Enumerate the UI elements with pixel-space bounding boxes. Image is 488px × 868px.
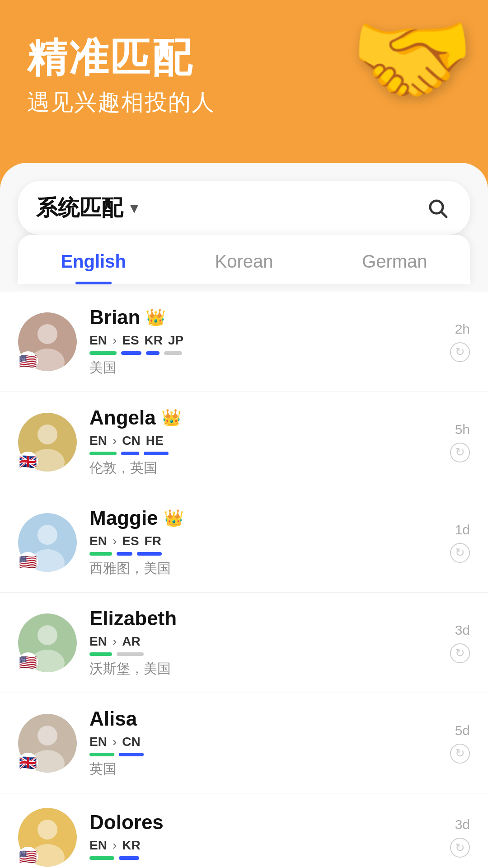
svg-point-12: [38, 625, 57, 645]
lang-target: CN: [122, 434, 140, 448]
refresh-icon[interactable]: ↻: [450, 744, 470, 764]
progress-bar: [121, 452, 139, 455]
refresh-icon[interactable]: ↻: [450, 443, 470, 462]
progress-bar: [164, 351, 182, 355]
handshake-icon: 🤝: [350, 9, 474, 108]
svg-line-1: [441, 212, 446, 217]
progress-bar: [89, 753, 114, 756]
time-ago: 3d: [455, 623, 470, 638]
time-ago: 5d: [455, 723, 470, 738]
user-location: 英国: [89, 760, 437, 778]
progress-bar: [89, 351, 117, 355]
search-bar[interactable]: 系统匹配 ▾: [18, 181, 470, 235]
avatar-wrapper: 🇺🇸: [18, 513, 77, 572]
user-meta: 2h ↻: [450, 321, 470, 362]
tab-korean[interactable]: Korean: [169, 235, 319, 284]
progress-bars: [89, 552, 437, 556]
user-meta: 5h ↻: [450, 422, 470, 462]
refresh-icon[interactable]: ↻: [450, 838, 470, 858]
lang-target: AR: [122, 634, 140, 649]
lang-target: ES: [122, 534, 139, 548]
progress-bars: [89, 452, 437, 455]
user-name: Alisa: [89, 708, 137, 730]
user-name: Elizabeth: [89, 607, 177, 630]
time-ago: 5h: [455, 422, 470, 437]
user-item[interactable]: 🇺🇸 Elizabeth EN › AR 沃斯堡，美国: [0, 593, 488, 693]
tabs-container: English Korean German: [18, 235, 470, 284]
tab-german[interactable]: German: [319, 235, 470, 284]
time-ago: 1d: [455, 522, 470, 538]
time-ago: 2h: [455, 321, 470, 337]
refresh-icon[interactable]: ↻: [450, 342, 470, 362]
search-bar-title: 系统匹配: [36, 193, 123, 222]
user-name-row: Angela 👑: [89, 406, 437, 429]
lang-from: EN: [89, 634, 107, 649]
lang-target: HE: [146, 434, 164, 448]
progress-bar: [119, 856, 139, 860]
user-item[interactable]: 🇺🇸 Dolores EN › KR: [0, 793, 488, 868]
lang-from: EN: [89, 735, 107, 749]
progress-bars: [89, 753, 437, 756]
user-location: 美国: [89, 359, 437, 377]
progress-bar: [137, 552, 162, 556]
country-flag: 🇺🇸: [18, 351, 38, 371]
user-name-row: Elizabeth: [89, 607, 437, 630]
user-meta: 3d ↻: [450, 817, 470, 858]
progress-bars: [89, 351, 437, 355]
crown-icon: 👑: [145, 308, 166, 327]
avatar-wrapper: 🇺🇸: [18, 808, 77, 867]
progress-bar: [117, 552, 132, 556]
crown-icon: 👑: [164, 509, 184, 528]
search-button[interactable]: [423, 193, 452, 222]
user-info: Dolores EN › KR: [89, 811, 437, 863]
user-item[interactable]: 🇬🇧 Alisa EN › CN 英国: [0, 693, 488, 793]
search-bar-left: 系统匹配 ▾: [36, 193, 138, 222]
refresh-icon[interactable]: ↻: [450, 643, 470, 663]
lang-arrow-icon: ›: [113, 735, 117, 749]
lang-row: EN › AR: [89, 634, 437, 649]
tab-english[interactable]: English: [18, 235, 169, 284]
svg-point-3: [38, 324, 57, 344]
progress-bar: [121, 351, 141, 355]
lang-arrow-icon: ›: [113, 333, 117, 348]
user-item[interactable]: 🇺🇸 Maggie 👑 EN › ESFR 西雅图，美国: [0, 492, 488, 593]
avatar-wrapper: 🇬🇧: [18, 413, 77, 472]
progress-bar: [89, 652, 112, 656]
dropdown-arrow-icon[interactable]: ▾: [130, 198, 138, 217]
svg-point-18: [38, 820, 57, 840]
header-area: 精准匹配 遇见兴趣相投的人 🤝: [0, 0, 488, 154]
progress-bar: [146, 351, 160, 355]
progress-bar: [119, 753, 144, 756]
user-name-row: Alisa: [89, 708, 437, 730]
progress-bar: [89, 452, 117, 455]
lang-target: FR: [145, 534, 161, 548]
refresh-icon[interactable]: ↻: [450, 543, 470, 563]
country-flag: 🇺🇸: [18, 847, 38, 867]
country-flag: 🇬🇧: [18, 452, 38, 472]
user-name-row: Dolores: [89, 811, 437, 834]
lang-from: EN: [89, 838, 107, 853]
progress-bars: [89, 856, 437, 860]
user-item[interactable]: 🇬🇧 Angela 👑 EN › CNHE 伦敦，英国: [0, 392, 488, 492]
user-name: Dolores: [89, 811, 164, 834]
lang-row: EN › CNHE: [89, 434, 437, 448]
user-meta: 1d ↻: [450, 522, 470, 563]
lang-from: EN: [89, 333, 107, 348]
lang-arrow-icon: ›: [113, 838, 117, 853]
progress-bar: [117, 652, 144, 656]
svg-point-15: [38, 726, 57, 745]
user-item[interactable]: 🇺🇸 Brian 👑 EN › ESKRJP 美国: [0, 292, 488, 392]
country-flag: 🇺🇸: [18, 652, 38, 672]
user-location: 沃斯堡，美国: [89, 660, 437, 678]
lang-row: EN › ESKRJP: [89, 333, 437, 348]
svg-point-6: [38, 425, 57, 444]
user-info: Alisa EN › CN 英国: [89, 708, 437, 778]
lang-row: EN › CN: [89, 735, 437, 749]
country-flag: 🇺🇸: [18, 552, 38, 572]
user-name: Maggie: [89, 507, 158, 529]
user-meta: 3d ↻: [450, 623, 470, 663]
lang-row: EN › ESFR: [89, 534, 437, 548]
user-info: Angela 👑 EN › CNHE 伦敦，英国: [89, 406, 437, 477]
user-list: 🇺🇸 Brian 👑 EN › ESKRJP 美国: [0, 292, 488, 868]
user-name: Angela: [89, 406, 156, 429]
